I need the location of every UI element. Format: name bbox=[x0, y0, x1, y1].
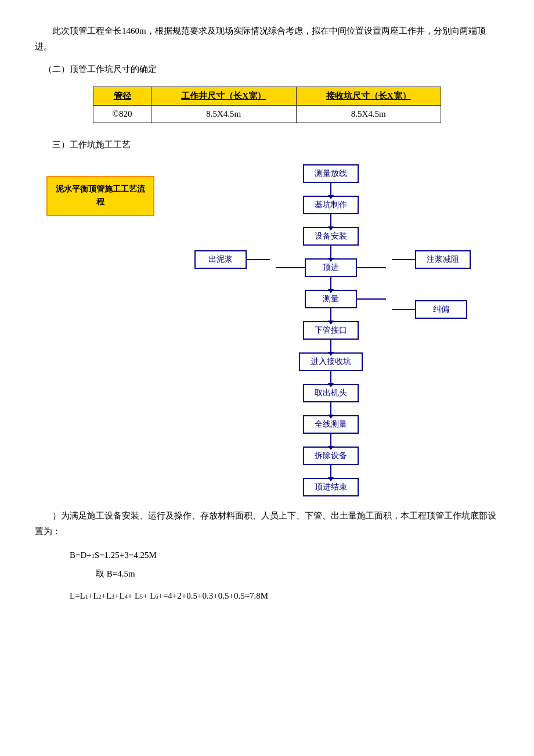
section2-title: （二）顶管工作坑尺寸的确定 bbox=[35, 62, 499, 77]
left-side-column: 出泥浆 bbox=[194, 164, 270, 269]
formula-b-eq: S=1.25+3=4.25M bbox=[95, 546, 157, 564]
formula-l-plus2: +L bbox=[101, 587, 111, 604]
arrow1 bbox=[330, 183, 331, 196]
flow-box-grout: 注浆减阻 bbox=[415, 250, 471, 269]
table-cell-work-size: 8.5X4.5m bbox=[151, 106, 296, 123]
dimensions-table: 管径 工作井尺寸（长X宽） 接收坑尺寸（长X宽） ©820 8.5X4.5m 8… bbox=[93, 87, 441, 123]
arrow4 bbox=[330, 277, 331, 290]
flow-box-correct: 纠偏 bbox=[415, 300, 467, 319]
arrow6 bbox=[330, 340, 331, 352]
table-cell-diameter: ©820 bbox=[93, 106, 151, 123]
formula-l-eq: +=4+2+0.5+0.3+0.5+0.5=7.8M bbox=[158, 587, 268, 604]
table-header-diameter: 管径 bbox=[93, 87, 151, 106]
formula-l-text: L=L bbox=[70, 587, 85, 604]
flow-box-survey: 测量放线 bbox=[303, 164, 359, 183]
right-side-column: 注浆减阻 纠偏 bbox=[392, 164, 471, 319]
formula-section: B=D+ 1 S=1.25+3=4.25M 取 B=4.5m L=L1 +L2 … bbox=[70, 546, 499, 604]
arrow2 bbox=[330, 214, 331, 227]
arrow5 bbox=[330, 308, 331, 321]
formula-l-line: L=L1 +L2 +L3 +L4 + L5 + L6 +=4+2+0.5+0.3… bbox=[70, 587, 499, 604]
arrow3 bbox=[330, 246, 331, 258]
formula-l-plus1: +L bbox=[88, 587, 99, 604]
formula-b-text: B=D+ bbox=[70, 546, 92, 564]
arrow10 bbox=[330, 465, 331, 478]
flowchart-section: 泥水平衡顶管施工工艺流程 出泥浆 测量放线 基坑制作 bbox=[41, 164, 493, 496]
arrow9 bbox=[330, 434, 331, 447]
table-header-work-pit: 工作井尺寸（长X宽） bbox=[151, 87, 296, 106]
intro-paragraph: 此次顶管工程全长1460m，根据规范要求及现场实际情况综合考虑，拟在中间位置设置… bbox=[35, 23, 499, 55]
after-chart-paragraph: ）为满足施工设备安装、运行及操作、存放材料面积、人员上下、下管、出土量施工面积，… bbox=[35, 508, 499, 539]
table-cell-receive-size: 8.5X4.5m bbox=[296, 106, 441, 123]
flowchart-title: 泥水平衡顶管施工工艺流程 bbox=[46, 176, 154, 216]
arrow7 bbox=[330, 371, 331, 384]
formula-b-take: 取 B=4.5m bbox=[70, 565, 499, 582]
arrow8 bbox=[330, 402, 331, 415]
center-flow-column: 测量放线 基坑制作 设备安装 顶进 测量 bbox=[276, 164, 386, 496]
section3-title: 三）工作坑施工工艺 bbox=[35, 137, 499, 153]
formula-l-plus4: + L bbox=[128, 587, 140, 604]
flow-box-mud: 出泥浆 bbox=[194, 250, 247, 269]
formula-b-line: B=D+ 1 S=1.25+3=4.25M bbox=[70, 546, 499, 564]
table-header-receiving-pit: 接收坑尺寸（长X宽） bbox=[296, 87, 441, 106]
formula-l-plus5: + L bbox=[143, 587, 155, 604]
formula-l-plus3: +L bbox=[114, 587, 125, 604]
table-row: ©820 8.5X4.5m 8.5X4.5m bbox=[93, 106, 441, 123]
